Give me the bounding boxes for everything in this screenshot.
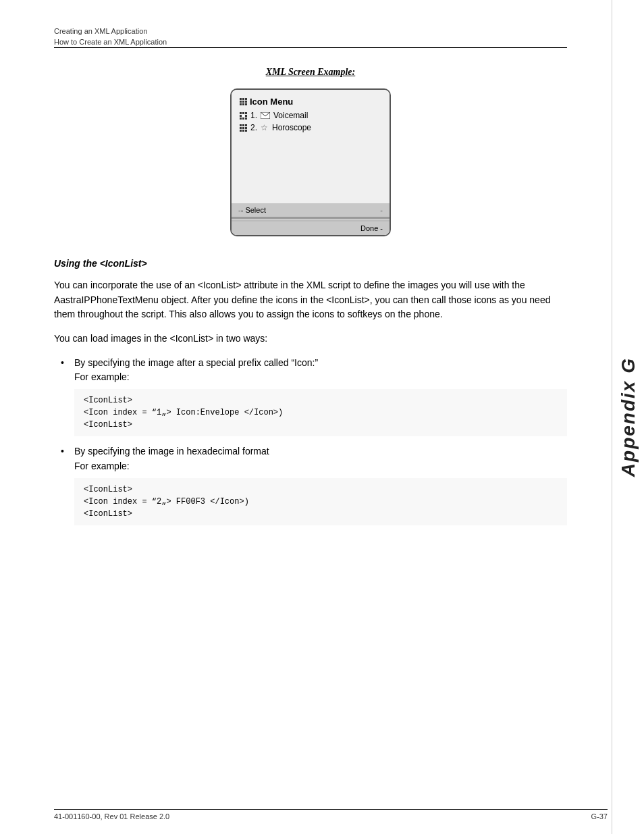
code-block-1: <IconList> <Icon index = “1„> Icon:Envel… [74, 389, 567, 436]
bullet-item-1: By specifying the image after a special … [68, 356, 567, 436]
breadcrumb-line1: Creating an XML Application [54, 27, 567, 35]
iconlist-para1: You can incorporate the use of an <IconL… [54, 278, 567, 322]
footer-left: 41-001160-00, Rev 01 Release 2.0 [54, 812, 169, 820]
softkey-select-row: - - Select - [232, 203, 390, 217]
item2-icon [240, 124, 247, 132]
phone-screen-mockup: Icon Menu 1. Voicemail [230, 88, 391, 236]
iconlist-para2: You can load images in the <IconList> in… [54, 332, 567, 346]
menu-title-icon [240, 98, 247, 105]
xml-screen-example-label: XML Screen Example: [54, 67, 567, 78]
phone-menu-item-2: 2. ☆ Horoscope [240, 123, 381, 132]
using-iconlist-heading: Using the <IconList> [54, 258, 567, 269]
softkey-divider1 [232, 217, 390, 219]
page-footer: 41-001160-00, Rev 01 Release 2.0 G-37 [54, 812, 608, 820]
bullet-item-2: By specifying the image in hexadecimal f… [68, 444, 567, 525]
header-divider [54, 47, 567, 48]
star-icon: ☆ [261, 124, 269, 132]
sidebar-label-text: Appendix G [618, 357, 639, 477]
code-block-2: <IconList> <Icon index = “2„> FF00F3 </I… [74, 478, 567, 525]
breadcrumb-line2: How to Create an XML Application [54, 38, 567, 46]
phone-menu-title: Icon Menu [240, 97, 381, 107]
main-content: Creating an XML Application How to Creat… [0, 0, 608, 562]
bullet-list: By specifying the image after a special … [54, 356, 567, 525]
phone-softkey-area: - - Select - Done - [232, 183, 390, 235]
phone-menu-item-1: 1. Voicemail [240, 111, 381, 120]
footer-divider [54, 809, 608, 810]
sidebar-appendix: Appendix G [612, 0, 644, 834]
footer-right: G-37 [591, 812, 608, 820]
item1-icon [240, 112, 247, 120]
softkey-done-row: Done - [232, 221, 390, 235]
envelope-icon [261, 112, 270, 119]
phone-screen-inner: Icon Menu 1. Voicemail [232, 90, 390, 171]
